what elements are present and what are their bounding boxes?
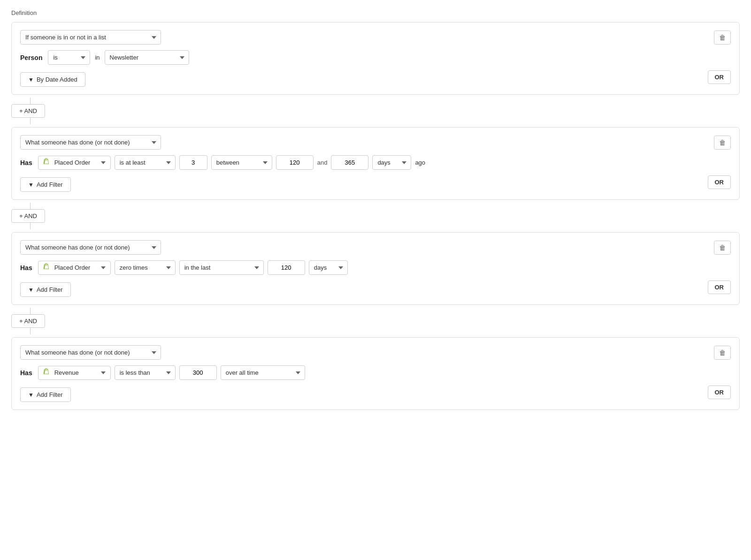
has-label-2: Has <box>20 159 32 166</box>
add-filter-button-3[interactable]: ▼ Add Filter <box>20 282 71 297</box>
ago-label-2: ago <box>415 159 425 166</box>
from-days-input-2[interactable] <box>276 155 314 170</box>
or-button-3[interactable]: OR <box>708 280 731 294</box>
block1-bottom-row: ▼ By Date Added OR <box>20 68 731 87</box>
time-condition-select-2[interactable]: between in the last over all time before… <box>211 155 272 170</box>
condition-top-row-3: What someone has done (or not done) If s… <box>20 240 731 255</box>
has-row-3: Has Placed Order Viewed Product Added to… <box>20 260 731 275</box>
main-condition-select-3[interactable]: What someone has done (or not done) If s… <box>20 240 161 255</box>
event-select-2[interactable]: Placed Order Viewed Product Added to Car… <box>54 159 107 166</box>
shopify-icon-3 <box>42 263 52 272</box>
and-connector-2: + AND <box>11 203 740 229</box>
block2-bottom-row: ▼ Add Filter OR <box>20 173 731 192</box>
has-row-2: Has Placed Order Viewed Product Added to… <box>20 155 731 170</box>
condition-select-2[interactable]: is at least is at most equals zero times <box>115 155 176 170</box>
and-button-1[interactable]: + AND <box>11 104 45 118</box>
definition-label: Definition <box>11 9 740 16</box>
days-input-3[interactable] <box>268 260 305 275</box>
and-connector-3: + AND <box>11 308 740 334</box>
filter-icon-4: ▼ <box>28 392 34 398</box>
in-label: in <box>95 54 100 61</box>
connector-line-3 <box>30 308 31 314</box>
main-condition-select-2[interactable]: What someone has done (or not done) If s… <box>20 135 161 150</box>
shopify-icon-4 <box>42 368 52 378</box>
period-select-3[interactable]: days weeks months <box>309 260 348 275</box>
or-button-1[interactable]: OR <box>708 70 731 84</box>
and-connector-1: + AND <box>11 98 740 124</box>
shopify-icon-2 <box>42 158 52 167</box>
person-row: Person is is not in Newsletter All Subsc… <box>20 50 731 65</box>
condition-select-3[interactable]: zero times is at least is at most equals <box>115 260 176 275</box>
event-select-wrapper-3[interactable]: Placed Order Viewed Product Added to Car… <box>38 261 111 275</box>
or-button-4[interactable]: OR <box>708 386 731 399</box>
delete-block-3-button[interactable]: 🗑 <box>714 241 731 255</box>
add-filter-label-3: Add Filter <box>37 286 63 293</box>
filter-icon-3: ▼ <box>28 287 34 293</box>
definition-section: Definition If someone is in or not in a … <box>11 9 740 410</box>
person-label: Person <box>20 54 42 61</box>
connector-line-2b <box>30 223 31 229</box>
or-button-2[interactable]: OR <box>708 175 731 189</box>
has-label-4: Has <box>20 369 32 377</box>
condition-top-row-1: If someone is in or not in a list What s… <box>20 30 731 45</box>
connector-line-3b <box>30 328 31 334</box>
main-condition-select-4[interactable]: What someone has done (or not done) If s… <box>20 345 161 360</box>
connector-line-1 <box>30 98 31 104</box>
add-filter-button-4[interactable]: ▼ Add Filter <box>20 387 71 402</box>
days-select-2[interactable]: days weeks months <box>372 155 411 170</box>
condition-block-1: If someone is in or not in a list What s… <box>11 22 740 95</box>
condition-top-row-2: What someone has done (or not done) If s… <box>20 135 731 150</box>
filter-icon-1: ▼ <box>28 76 34 83</box>
delete-block-4-button[interactable]: 🗑 <box>714 346 731 360</box>
main-condition-select-1[interactable]: If someone is in or not in a list What s… <box>20 30 161 45</box>
block3-bottom-row: ▼ Add Filter OR <box>20 278 731 297</box>
condition-select-4[interactable]: is less than is at least is at most equa… <box>115 365 176 380</box>
add-filter-button-2[interactable]: ▼ Add Filter <box>20 177 71 192</box>
condition-block-3: What someone has done (or not done) If s… <box>11 232 740 305</box>
by-date-button[interactable]: ▼ By Date Added <box>20 72 85 87</box>
event-select-3[interactable]: Placed Order Viewed Product Added to Car… <box>54 264 107 271</box>
connector-line-1b <box>30 118 31 124</box>
add-filter-label-2: Add Filter <box>37 181 63 188</box>
list-select[interactable]: Newsletter All Subscribers VIP <box>105 50 189 65</box>
count-input-2[interactable] <box>179 155 207 170</box>
by-date-label: By Date Added <box>37 76 77 83</box>
delete-block-1-button[interactable]: 🗑 <box>714 30 731 45</box>
person-is-select[interactable]: is is not <box>48 50 90 65</box>
condition-block-2: What someone has done (or not done) If s… <box>11 127 740 200</box>
add-filter-label-4: Add Filter <box>37 391 63 398</box>
and-button-2[interactable]: + AND <box>11 209 45 223</box>
and-button-3[interactable]: + AND <box>11 314 45 328</box>
connector-line-2 <box>30 203 31 209</box>
amount-input-4[interactable] <box>179 365 217 380</box>
time-condition-select-3[interactable]: in the last between over all time before… <box>179 260 264 275</box>
and-text-2: and <box>317 159 328 166</box>
to-days-input-2[interactable] <box>331 155 368 170</box>
event-select-wrapper-4[interactable]: Revenue Placed Order Viewed Product Adde… <box>38 366 111 380</box>
condition-top-row-4: What someone has done (or not done) If s… <box>20 345 731 360</box>
time-condition-select-4[interactable]: over all time in the last between before… <box>221 365 305 380</box>
event-select-wrapper-2[interactable]: Placed Order Viewed Product Added to Car… <box>38 156 111 170</box>
delete-block-2-button[interactable]: 🗑 <box>714 136 731 150</box>
event-select-4[interactable]: Revenue Placed Order Viewed Product Adde… <box>54 369 107 376</box>
has-row-4: Has Revenue Placed Order Viewed Product … <box>20 365 731 380</box>
has-label-3: Has <box>20 264 32 272</box>
condition-block-4: What someone has done (or not done) If s… <box>11 337 740 410</box>
filter-icon-2: ▼ <box>28 182 34 188</box>
block4-bottom-row: ▼ Add Filter OR <box>20 383 731 402</box>
